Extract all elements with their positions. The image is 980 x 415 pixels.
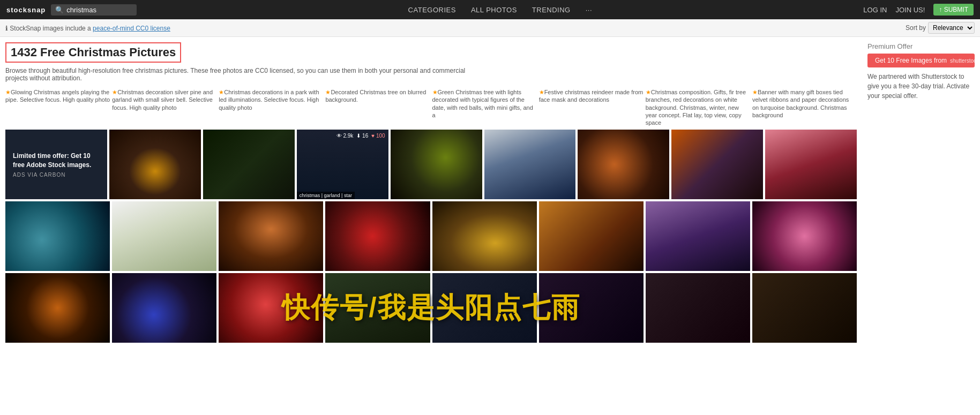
left-section: 1432 Free Christmas Pictures Browse thro… [5,42,857,345]
nav-all-photos[interactable]: ALL PHOTOS [471,6,517,14]
subtitle-bar: ℹ StockSnap images include a peace-of-mi… [0,19,980,37]
photo-presents-colorful[interactable] [671,130,763,199]
submit-button[interactable]: ↑ SUBMIT [933,4,974,16]
photo-xmas-bokeh[interactable] [391,130,482,199]
photo-bokeh-lights[interactable] [112,273,216,343]
search-wrap: 🔍 [51,4,137,16]
photo-champagne[interactable] [484,130,576,199]
caption-3: ★Christmas decorations in a park with le… [219,88,323,126]
premium-offer: Premium Offer Get 10 Free Images from sh… [867,42,975,345]
caption-7: ★Christmas composition. Gifts, fir tree … [646,88,750,126]
photo-wm1[interactable] [432,273,537,343]
main-content: 1432 Free Christmas Pictures Browse thro… [0,37,980,345]
nav-right: LOG IN JOIN US! ↑ SUBMIT [863,4,974,16]
heart-stat: ♥ 100 [371,133,385,139]
photo-ornaments-mixed[interactable] [578,130,669,199]
caption-4: ★Decorated Christmas tree on blurred bac… [325,88,430,126]
photo-snowflake[interactable]: 👁 2.9k ⬇ 16 ♥ 100 christmas | garland | … [297,130,388,199]
photo-grid-row-2 [5,201,857,271]
dl-stat: ⬇ 16 [356,133,368,139]
caption-2: ★Christmas decoration silver pine and ga… [112,88,216,126]
login-link[interactable]: LOG IN [863,6,887,14]
sort-select[interactable]: Relevance [928,22,975,34]
page-title-wrap: 1432 Free Christmas Pictures [5,42,181,63]
premium-btn-text: Get 10 Free Images from [875,57,947,64]
search-icon: 🔍 [55,6,64,14]
photo-grid-row-1: Limited time offer: Get 10 free Adobe St… [5,130,857,199]
premium-desc: We partnered with Shutterstock to give y… [867,72,975,101]
caption-8: ★Banner with many gift boxes tied velvet… [752,88,857,126]
photo-red-bauble[interactable] [325,201,430,271]
shutterstock-logo: shutterstock › [950,58,980,64]
search-input[interactable] [66,6,131,14]
page-desc: Browse through beautiful high-resolution… [5,67,466,82]
photo-pink-gifts[interactable] [752,201,857,271]
sort-by-wrap: Sort by Relevance [906,22,975,34]
photo-candy[interactable] [765,130,857,199]
ad-cell[interactable]: Limited time offer: Get 10 free Adobe St… [5,130,107,199]
photo-stars[interactable] [203,130,295,199]
cc0-text: ℹ StockSnap images include a peace-of-mi… [5,25,170,32]
premium-title: Premium Offer [867,42,975,50]
photo-lantern[interactable] [109,130,201,199]
photo-red-baubles2[interactable] [219,273,323,343]
caption-1: ★Glowing Christmas angels playing the pi… [5,88,110,126]
photo-wm2[interactable] [539,273,644,343]
photo-pine-cones[interactable] [112,201,216,271]
photo-sweater[interactable] [646,201,750,271]
photo-presents-warm[interactable] [539,201,644,271]
photo-wm3[interactable] [646,273,750,343]
tags-bar: christmas | garland | star [297,192,355,199]
photo-taxi-van[interactable] [432,201,537,271]
join-link[interactable]: JOIN US! [895,6,925,14]
nav-trending[interactable]: TRENDING [532,6,571,14]
site-logo[interactable]: stocksnap [6,6,46,14]
caption-6: ★Festive christmas reindeer made from fa… [539,88,644,126]
nav-categories[interactable]: CATEGORIES [408,6,456,14]
page-title: 1432 Free Christmas Pictures [11,46,176,59]
photo-grid-row-3: 快传号/我是头阳点七雨 [5,273,857,343]
top-nav: stocksnap 🔍 CATEGORIES ALL PHOTOS TRENDI… [0,0,980,19]
premium-button[interactable]: Get 10 Free Images from shutterstock › [867,54,975,67]
nav-more[interactable]: ··· [586,6,592,14]
views-stat: 👁 2.9k [336,133,354,139]
stat-bar: 👁 2.9k ⬇ 16 ♥ 100 [336,133,385,139]
photo-baubles-blue[interactable] [5,201,110,271]
ad-title: Limited time offer: Get 10 free Adobe St… [13,152,100,170]
nav-center: CATEGORIES ALL PHOTOS TRENDING ··· [142,6,858,14]
sort-label: Sort by [906,24,926,32]
photo-xmas-branch2[interactable] [325,273,430,343]
ad-sub: ADS VIA CARBON [13,172,100,178]
photo-gnome[interactable] [219,201,323,271]
photo-ornament-branch[interactable] [5,273,110,343]
cc0-link[interactable]: peace-of-mind CC0 license [93,25,170,32]
caption-5: ★Green Christmas tree with lights decora… [432,88,537,126]
photo-wm4[interactable] [752,273,857,343]
captions-row: ★Glowing Christmas angels playing the pi… [5,88,857,126]
cc0-notice: ℹ StockSnap images include a peace-of-mi… [5,24,170,32]
